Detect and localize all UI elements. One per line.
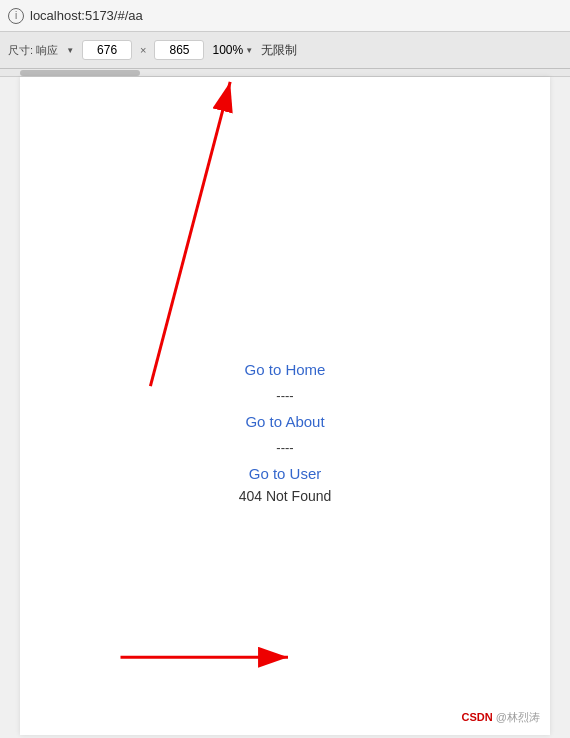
browser-chrome: i localhost:5173/#/aa 尺寸: 响应 ▼ × 100% ▼ …	[0, 0, 570, 69]
unlimited-label: 无限制	[261, 42, 297, 59]
go-to-user-link[interactable]: Go to User	[249, 465, 322, 482]
watermark-author: @林烈涛	[496, 711, 540, 723]
width-input[interactable]	[82, 40, 132, 60]
size-label: 尺寸: 响应	[8, 43, 58, 58]
horizontal-scrollbar[interactable]	[0, 69, 570, 77]
zoom-control[interactable]: 100% ▼	[212, 43, 253, 57]
page-content: Go to Home ---- Go to About ---- Go to U…	[20, 77, 550, 564]
toolbar-row: 尺寸: 响应 ▼ × 100% ▼ 无限制	[0, 32, 570, 68]
dimension-separator: ×	[140, 44, 146, 56]
go-to-about-link[interactable]: Go to About	[245, 413, 324, 430]
separator-1: ----	[276, 388, 293, 403]
separator-2: ----	[276, 440, 293, 455]
height-input[interactable]	[154, 40, 204, 60]
zoom-value: 100%	[212, 43, 243, 57]
zoom-chevron-icon: ▼	[245, 46, 253, 55]
watermark-csdn: CSDN	[462, 711, 493, 723]
address-bar[interactable]: localhost:5173/#/aa	[30, 8, 562, 23]
watermark: CSDN @林烈涛	[462, 710, 540, 725]
size-chevron-icon[interactable]: ▼	[66, 46, 74, 55]
address-bar-row: i localhost:5173/#/aa	[0, 0, 570, 32]
error-message: 404 Not Found	[239, 488, 332, 504]
info-icon: i	[8, 8, 24, 24]
go-to-home-link[interactable]: Go to Home	[245, 361, 326, 378]
browser-viewport: Go to Home ---- Go to About ---- Go to U…	[20, 77, 550, 735]
scrollbar-thumb[interactable]	[20, 70, 140, 76]
